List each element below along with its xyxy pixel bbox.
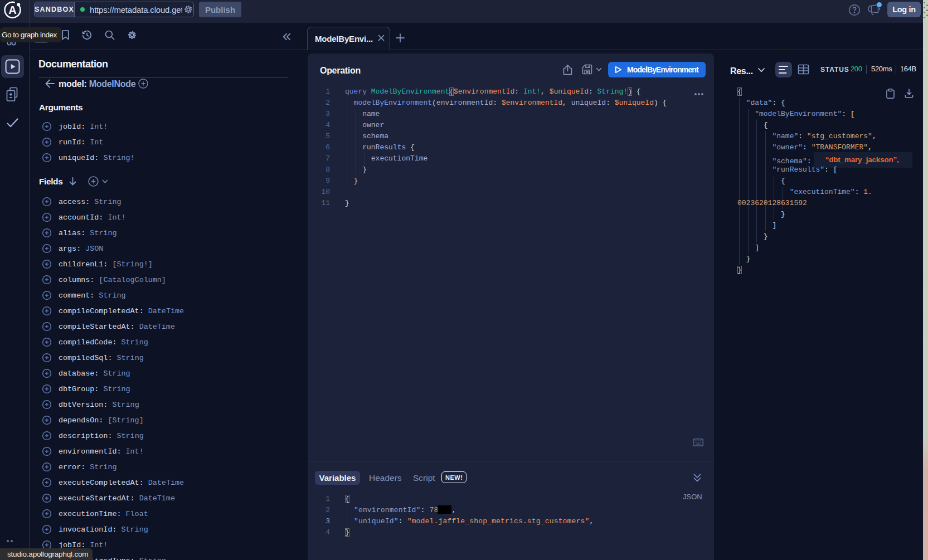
svg-text:A: A: [8, 4, 16, 16]
